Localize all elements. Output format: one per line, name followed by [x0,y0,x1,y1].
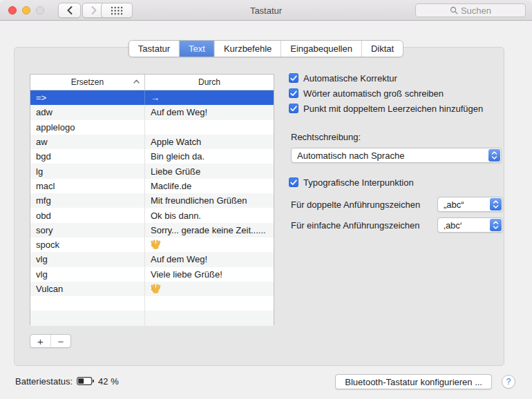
cell-durch[interactable] [145,237,274,252]
cell-ersetzen[interactable]: applelogo [30,120,145,135]
cell-durch[interactable]: Auf dem Weg! [145,252,274,266]
typography-option: Typografische Interpunktion [289,175,414,190]
tab-tastatur[interactable]: Tastatur [129,41,180,57]
spelling-dropdown-value: Automatisch nach Sprache [297,150,404,161]
table-row[interactable]: spock [30,237,274,252]
cell-ersetzen[interactable]: vlg [30,267,145,282]
cell-ersetzen[interactable]: macl [30,179,145,193]
add-remove-control: + − [30,334,71,348]
cell-ersetzen[interactable]: Vulcan [30,282,145,296]
cell-durch[interactable]: → [145,90,274,105]
table-row[interactable] [30,311,274,325]
cell-durch[interactable]: Liebe Grüße [145,164,274,178]
table-row[interactable]: applelogo [30,120,274,135]
column-header-label: Durch [198,77,220,87]
table-row[interactable]: lgLiebe Grüße [30,164,274,178]
checkbox-checked-icon [289,73,298,83]
grid-icon [111,6,123,15]
cell-ersetzen[interactable]: => [30,90,145,105]
table-row[interactable]: vlgAuf dem Weg! [30,252,274,266]
checkbox-label: Punkt mit doppeltem Leerzeichen hinzufüg… [303,104,483,114]
table-row[interactable]: maclMaclife.de [30,179,274,193]
cell-ersetzen[interactable]: sory [30,223,145,237]
table-row[interactable]: awApple Watch [30,135,274,149]
cell-ersetzen[interactable]: aw [30,135,145,149]
checkbox-label: Automatische Korrektur [303,73,397,84]
checkbox-checked-icon [289,88,298,98]
cell-ersetzen[interactable]: obd [30,208,145,222]
checkbox-punkt-mit-doppeltem-leerzeichen-hinzufügen[interactable]: Punkt mit doppeltem Leerzeichen hinzufüg… [289,101,483,116]
add-button[interactable]: + [30,335,50,347]
cell-durch[interactable]: Maclife.de [145,179,274,193]
cell-durch[interactable] [145,296,274,311]
cell-ersetzen[interactable] [30,296,145,311]
double-quotes-dropdown[interactable]: „abc“ [437,197,503,212]
chevron-left-icon [67,6,73,14]
table-row[interactable]: =>→ [30,90,274,105]
cell-ersetzen[interactable] [30,311,145,325]
checkbox-automatische-korrektur[interactable]: Automatische Korrektur [289,70,483,86]
question-mark-icon: ? [506,377,511,387]
vulcan-salute-icon [151,284,161,294]
table-row[interactable]: bgdBin gleich da. [30,149,274,164]
cell-ersetzen[interactable]: lg [30,164,145,178]
configure-bluetooth-keyboard-label: Bluetooth-Tastatur konfigurieren ... [345,377,482,387]
cell-durch[interactable]: Ok bis dann. [145,208,274,222]
chevron-right-icon [91,6,97,14]
minimize-button[interactable] [22,6,30,14]
column-header-label: Ersetzen [71,77,104,87]
cell-ersetzen[interactable]: spock [30,237,145,252]
sort-ascending-icon [133,79,140,84]
cell-durch[interactable] [145,282,274,296]
table-row[interactable]: obdOk bis dann. [30,208,274,222]
cell-durch[interactable]: Apple Watch [145,135,274,149]
spelling-dropdown[interactable]: Automatisch nach Sprache [291,148,502,163]
configure-bluetooth-keyboard-button[interactable]: Bluetooth-Tastatur konfigurieren ... [335,374,492,389]
help-button[interactable]: ? [502,375,515,389]
double-quotes-value: „abc“ [444,200,464,210]
window-controls [8,6,44,14]
tab-text[interactable]: Text [180,41,215,57]
checkbox-wörter-automatisch-groß-schreiben[interactable]: Wörter automatisch groß schreiben [289,86,483,101]
battery-status: Batteriestatus: 42 % [15,373,119,389]
cell-ersetzen[interactable]: adw [30,105,145,119]
table-row[interactable]: sorySorry... gerade keine Zeit...... [30,223,274,237]
table-body: =>→adwAuf dem Weg!applelogoawApple Watch… [30,90,274,326]
search-input[interactable]: Suchen [415,3,526,17]
table-row[interactable]: Vulcan [30,282,274,296]
column-header-durch[interactable]: Durch [145,75,274,90]
battery-icon [77,377,94,385]
tab-bar: TastaturTextKurzbefehleEingabequellenDik… [129,40,403,57]
cell-durch[interactable]: Sorry... gerade keine Zeit...... [145,223,274,237]
text-tab-panel: Ersetzen Durch =>→adwAuf dem Weg!applelo… [14,47,504,366]
cell-ersetzen[interactable]: mfg [30,193,145,208]
search-placeholder: Suchen [461,6,491,16]
cell-durch[interactable]: Viele liebe Grüße! [145,267,274,282]
table-row[interactable]: adwAuf dem Weg! [30,105,274,119]
tab-eingabequellen[interactable]: Eingabequellen [281,41,362,57]
cell-durch[interactable]: Bin gleich da. [145,149,274,164]
popup-arrows-icon [490,198,502,211]
close-button[interactable] [8,6,17,14]
cell-durch[interactable]: Mit freundlichen Grüßen [145,193,274,208]
checkbox-checked-icon [289,104,298,113]
tab-kurzbefehle[interactable]: Kurzbefehle [215,41,281,57]
cell-durch[interactable] [145,311,274,325]
back-button[interactable] [58,3,81,18]
remove-button[interactable]: − [50,335,70,347]
table-row[interactable]: mfgMit freundlichen Grüßen [30,193,274,208]
show-all-button[interactable] [101,3,133,18]
checkbox-checked-icon [289,177,298,187]
cell-ersetzen[interactable]: vlg [30,252,145,266]
table-row[interactable]: vlgViele liebe Grüße! [30,267,274,282]
column-header-ersetzen[interactable]: Ersetzen [30,75,145,90]
checkbox-label: Typografische Interpunktion [303,177,414,188]
single-quotes-dropdown[interactable]: ‚abc‘ [437,217,503,233]
autocorrect-options: Automatische KorrekturWörter automatisch… [289,70,483,116]
tab-diktat[interactable]: Diktat [362,41,403,57]
table-row[interactable] [30,296,274,311]
cell-durch[interactable]: Auf dem Weg! [145,105,274,119]
cell-durch[interactable] [145,120,274,135]
checkbox-typografische-interpunktion[interactable]: Typografische Interpunktion [289,175,414,190]
cell-ersetzen[interactable]: bgd [30,149,145,164]
